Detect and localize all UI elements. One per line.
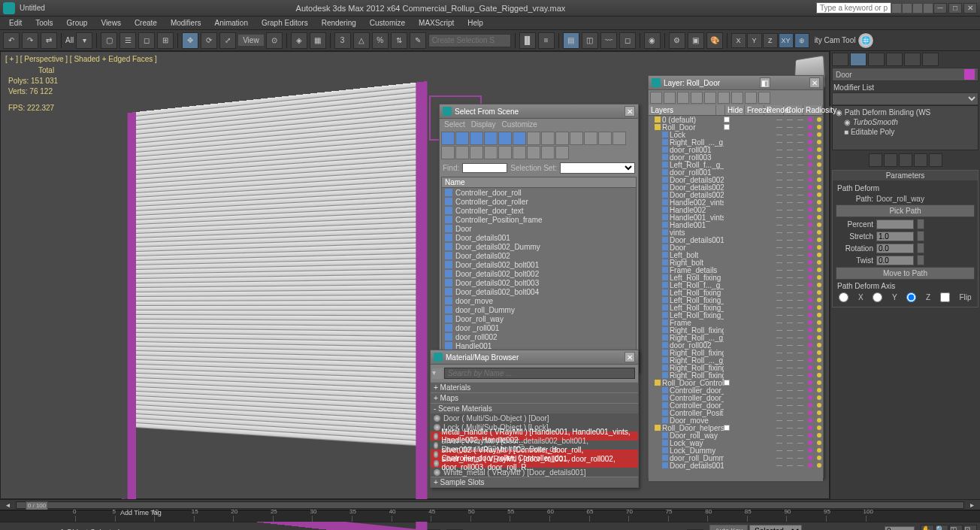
scene-item[interactable]: Door_details002_bolt001 bbox=[442, 260, 636, 269]
layer-row[interactable]: door_roll_Dumm bbox=[649, 454, 823, 462]
options-icon[interactable]: ▾ bbox=[432, 368, 443, 379]
name-column-header[interactable]: Name bbox=[442, 177, 636, 188]
layer-row[interactable]: Left_Roll_fixing_ bbox=[649, 296, 823, 304]
percent-input[interactable] bbox=[876, 220, 914, 229]
pan-button[interactable]: ✋ bbox=[921, 525, 934, 530]
zoom-button[interactable]: 🔍 bbox=[935, 525, 948, 530]
layer-row[interactable]: Lock_way bbox=[649, 439, 823, 447]
layer-row[interactable]: Right_bolt bbox=[649, 259, 823, 266]
menu-group[interactable]: Group bbox=[61, 17, 94, 29]
sel-filter-icon[interactable] bbox=[598, 132, 612, 145]
layer-row[interactable]: Left_Roll_fixing_ bbox=[649, 304, 823, 311]
layer-row[interactable]: Left_Roll_fixing_ bbox=[649, 311, 823, 319]
graphite-button[interactable]: ◫ bbox=[582, 32, 598, 49]
axis-z-radio[interactable] bbox=[906, 292, 916, 302]
constraint-y[interactable]: Y bbox=[747, 33, 762, 48]
layer-row[interactable]: door_roll002 bbox=[649, 341, 823, 349]
layer-row[interactable]: Handle002 bbox=[649, 206, 823, 214]
close-icon[interactable]: ✕ bbox=[809, 77, 820, 88]
layer-row[interactable]: Right_Roll_fixing bbox=[649, 371, 823, 379]
layer-col-header[interactable]: Radiosity bbox=[803, 105, 823, 115]
render-button[interactable]: 🎨 bbox=[706, 32, 723, 49]
axis-x-radio[interactable] bbox=[839, 292, 848, 302]
layer-row[interactable]: door_roll001 bbox=[649, 146, 823, 153]
sel-filter-icon[interactable] bbox=[498, 132, 512, 145]
layer-row[interactable]: Lock_Dummy bbox=[649, 447, 823, 454]
material-editor-button[interactable]: ◉ bbox=[644, 32, 661, 49]
layer-row[interactable]: Left_Roll_fixing bbox=[649, 289, 823, 296]
sel-filter-icon[interactable] bbox=[612, 132, 626, 145]
layer-row[interactable]: Handle001_vints bbox=[649, 214, 823, 221]
tab-utilities[interactable] bbox=[922, 53, 939, 66]
layer-row[interactable]: Frame bbox=[649, 319, 823, 326]
configure-icon[interactable] bbox=[929, 153, 942, 167]
show-end-result-icon[interactable] bbox=[884, 153, 897, 167]
layer-row[interactable]: Door_details002 bbox=[649, 183, 823, 191]
layer-row[interactable]: Controller_Positi bbox=[649, 409, 823, 416]
time-slider-track[interactable]: 0 / 100 bbox=[16, 501, 964, 509]
pick-path-button[interactable]: Pick Path bbox=[836, 204, 975, 217]
scene-rollup-gate[interactable] bbox=[136, 83, 416, 530]
selection-set-dropdown[interactable] bbox=[560, 162, 635, 174]
find-input[interactable] bbox=[462, 163, 507, 173]
maximize-icon[interactable]: □ bbox=[948, 3, 962, 14]
layer-col-header[interactable]: Color bbox=[784, 105, 803, 115]
layer-row[interactable]: Right_Roll_..._g_s bbox=[649, 334, 823, 341]
link-button[interactable]: ⇄ bbox=[41, 32, 57, 49]
zoom-extents-button[interactable]: ⊡ bbox=[963, 525, 977, 530]
layer-row[interactable]: Left_Roll_f..._g_s bbox=[649, 281, 823, 289]
layer-row[interactable]: Door_roll_way bbox=[649, 432, 823, 439]
layer-row[interactable]: Left_Roll_f..._g_s bbox=[649, 161, 823, 168]
scene-item[interactable]: door _roll001 bbox=[442, 323, 636, 332]
maps-section[interactable]: + Maps bbox=[431, 392, 638, 403]
sel-menu-customize[interactable]: Customize bbox=[502, 120, 537, 129]
sel-filter-icon[interactable] bbox=[527, 132, 540, 145]
layer-row[interactable]: Right_Roll_..._g_s bbox=[649, 138, 823, 146]
sel-filter-icon[interactable] bbox=[527, 146, 540, 159]
sel-filter-icon[interactable] bbox=[441, 146, 455, 159]
layer-tool-icon[interactable] bbox=[731, 92, 743, 104]
sel-filter-icon[interactable] bbox=[570, 132, 583, 145]
layer-col-header[interactable]: Freeze bbox=[745, 105, 764, 115]
layer-row[interactable]: Door_details002 bbox=[649, 176, 823, 183]
layer-row[interactable]: Door_details001 bbox=[649, 462, 823, 469]
constraint-z[interactable]: Z bbox=[763, 33, 778, 48]
scene-item[interactable]: door_move bbox=[442, 296, 636, 305]
viewport-label[interactable]: [ + ] [ Perspective ] [ Shaded + Edged F… bbox=[5, 55, 157, 63]
sel-filter-icon[interactable] bbox=[484, 132, 498, 145]
time-slider[interactable]: 0 / 100 bbox=[26, 501, 48, 510]
menu-tools[interactable]: Tools bbox=[29, 17, 59, 29]
angle-snap-button[interactable]: △ bbox=[353, 32, 370, 49]
layer-row[interactable]: Door_details001 bbox=[649, 236, 823, 244]
close-icon[interactable]: ✕ bbox=[625, 352, 635, 362]
spinner-icon[interactable] bbox=[917, 219, 924, 229]
layer-tool-icon[interactable] bbox=[650, 92, 662, 104]
sample-slots-section[interactable]: + Sample Slots bbox=[431, 477, 638, 487]
menu-help[interactable]: Help bbox=[461, 17, 489, 29]
autokey-button[interactable]: Auto Key bbox=[709, 525, 748, 530]
axis-y-radio[interactable] bbox=[873, 292, 882, 302]
scene-item[interactable]: Door bbox=[442, 224, 636, 233]
edit-named-button[interactable]: ✎ bbox=[410, 32, 426, 49]
filter-button[interactable]: ▾ bbox=[76, 32, 92, 49]
layer-col-header[interactable]: Hide bbox=[725, 105, 745, 115]
layer-row[interactable]: 0 (default) bbox=[649, 116, 823, 123]
modifier-item[interactable]: ■ Editable Poly bbox=[834, 127, 976, 137]
layer-row[interactable]: vints bbox=[649, 229, 823, 236]
layer-tool-icon[interactable] bbox=[691, 92, 703, 104]
timeline[interactable]: ◂ 0 / 100 ▸ bbox=[0, 499, 980, 510]
sel-filter-icon[interactable] bbox=[455, 132, 469, 145]
move-button[interactable]: ✥ bbox=[182, 32, 198, 49]
layer-row[interactable]: Left_Roll_fixing bbox=[649, 274, 823, 281]
snap-button[interactable]: 3 bbox=[334, 32, 351, 49]
modifier-item[interactable]: ◉ TurboSmooth bbox=[834, 117, 976, 127]
sel-filter-icon[interactable] bbox=[555, 132, 569, 145]
star-icon[interactable] bbox=[912, 3, 923, 14]
rotation-input[interactable] bbox=[876, 244, 914, 253]
key-mode-dropdown[interactable]: Selected bbox=[749, 525, 802, 530]
sel-filter-icon[interactable] bbox=[498, 146, 512, 159]
pin-icon[interactable]: ◧ bbox=[760, 77, 770, 88]
tab-modify[interactable] bbox=[850, 53, 867, 66]
layer-row[interactable]: Handle001 bbox=[649, 221, 823, 229]
sel-filter-icon[interactable] bbox=[555, 146, 569, 159]
